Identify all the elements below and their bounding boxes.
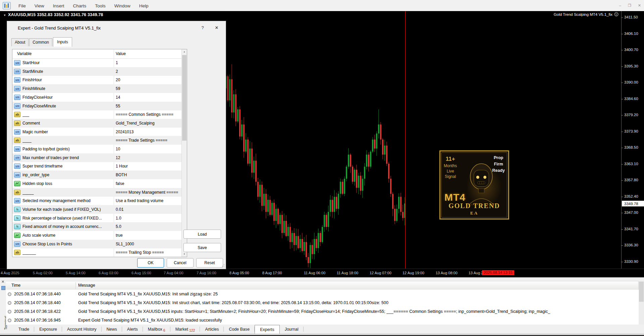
input-row[interactable]: ab______===== Trailing Stop =====	[12, 248, 182, 257]
input-row[interactable]: ab___===== Common Settings =====	[12, 110, 182, 119]
terminal-tab-experts[interactable]: Experts	[255, 325, 279, 334]
terminal-scrollbar-thumb[interactable]	[639, 282, 644, 302]
input-value[interactable]: 1.0	[116, 216, 181, 221]
input-row[interactable]: abCommentGold_Trend_Scalping	[12, 119, 182, 128]
time-axis[interactable]: 4 Aug 20255 Aug 02:005 Aug 14:006 Aug 03…	[0, 269, 644, 278]
inputs-table-scrollbar[interactable]: ▲ ▼	[181, 49, 187, 257]
ea-name-label[interactable]: Gold Trend Scalping MT4 V5.1_fix	[554, 12, 619, 16]
save-button[interactable]: Save	[183, 243, 221, 252]
column-header-time[interactable]: Time	[11, 283, 20, 288]
input-row[interactable]: 123FridayCloseMinute55	[12, 102, 182, 110]
ok-button[interactable]: OK	[137, 258, 164, 268]
dialog-help-button[interactable]: ?	[198, 24, 208, 32]
input-row[interactable]: Hidden stop lossfalse	[12, 179, 182, 188]
input-row[interactable]: 123Max number of trades per trend12	[12, 153, 182, 162]
input-value[interactable]: ===== Money Management =====	[116, 190, 181, 195]
input-row[interactable]: ½Fixed amount of money in account curren…	[12, 222, 182, 231]
restore-icon[interactable]: ❐	[627, 3, 632, 8]
input-value[interactable]: 14	[116, 95, 181, 100]
input-row[interactable]: 123Choose Stop Loss In PointsSL1_1000	[12, 240, 182, 248]
input-value[interactable]: 2	[116, 69, 181, 74]
input-value[interactable]: ===== Trade Settings =====	[116, 138, 181, 143]
tab-common[interactable]: Common	[29, 38, 52, 46]
input-value[interactable]: 0.01	[116, 207, 181, 212]
input-value[interactable]: 59	[116, 86, 181, 91]
reset-button[interactable]: Reset	[196, 258, 223, 268]
menu-item-insert[interactable]: Insert	[49, 1, 69, 11]
terminal-tab-journal[interactable]: Journal	[280, 325, 304, 334]
terminal-tab-mailbox[interactable]: Mailbox6	[143, 325, 170, 334]
input-row[interactable]: 123Super trend timeframe1 Hour	[12, 162, 182, 171]
input-value[interactable]: false	[116, 181, 181, 186]
input-row[interactable]: 123FridayCloseHour14	[12, 93, 182, 102]
terminal-tab-market[interactable]: Market122	[170, 325, 200, 334]
terminal-tab-code-base[interactable]: Code Base	[224, 325, 255, 334]
terminal-log-row[interactable]: 2025.08.14 07:36:18.440Gold Trend Scalpi…	[6, 290, 639, 298]
sad-face-icon[interactable]	[614, 12, 619, 16]
input-value[interactable]: 55	[116, 104, 181, 108]
terminal-tab-news[interactable]: News	[102, 325, 122, 334]
input-value[interactable]: ===== Trailing Stop =====	[116, 250, 181, 255]
input-row[interactable]: 123StartHour1	[12, 58, 182, 67]
input-value[interactable]: 10	[116, 147, 181, 151]
terminal-tab-exposure[interactable]: Exposure	[34, 325, 62, 334]
input-row[interactable]: ½Volume for each trade (used if FIXED_VO…	[12, 205, 182, 214]
terminal-tab-alerts[interactable]: Alerts	[122, 325, 143, 334]
input-row[interactable]: 123Magic number20241013	[12, 128, 182, 136]
input-value[interactable]: Use a fixed trading volume	[116, 198, 181, 203]
terminal-log-row[interactable]: 2025.08.14 07:36:16.945Expert Gold Trend…	[6, 316, 639, 325]
scroll-down-arrow-icon[interactable]: ▼	[182, 252, 187, 257]
input-row[interactable]: Auto scale volumetrue	[12, 231, 182, 240]
input-value[interactable]: 5.0	[116, 224, 181, 229]
input-value[interactable]: BOTH	[116, 173, 181, 177]
price-tick-mark	[622, 262, 623, 262]
column-header-message[interactable]: Message	[78, 283, 95, 288]
input-row[interactable]: ½Risk percentage of balance (used if FIX…	[12, 214, 182, 223]
terminal-close-icon[interactable]: ✕	[1, 280, 4, 284]
terminal-log-row[interactable]: 2025.08.14 07:36:18.422Gold Trend Scalpi…	[6, 307, 639, 316]
menu-item-charts[interactable]: Charts	[69, 1, 91, 11]
menu-item-view[interactable]: View	[30, 1, 49, 11]
cancel-button[interactable]: Cancel	[167, 258, 194, 268]
input-row[interactable]: 123FinishMinute59	[12, 84, 182, 93]
terminal-tab-account-history[interactable]: Account History	[62, 325, 102, 334]
terminal-dock-icon[interactable]	[1, 286, 5, 290]
input-row[interactable]: ab_____===== Money Management =====	[12, 188, 182, 197]
scrollbar-thumb[interactable]	[182, 55, 186, 141]
input-value[interactable]: 20241013	[116, 130, 181, 134]
input-row[interactable]: 123inp_order_typeBOTH	[12, 171, 182, 179]
scroll-up-arrow-icon[interactable]: ▲	[182, 49, 187, 54]
chart-menu-down-triangle-icon[interactable]: ▼	[3, 14, 6, 17]
input-row[interactable]: 123FinishHour20	[12, 76, 182, 84]
tab-inputs[interactable]: Inputs	[53, 37, 72, 47]
load-button[interactable]: Load	[183, 230, 221, 239]
price-tick-mark	[622, 83, 623, 83]
minimize-icon[interactable]: –	[618, 3, 622, 8]
input-value[interactable]: Gold_Trend_Scalping	[116, 121, 181, 126]
close-icon[interactable]: ✕	[637, 3, 642, 8]
input-value[interactable]: SL1_1000	[116, 242, 181, 246]
menu-item-tools[interactable]: Tools	[91, 1, 110, 11]
menu-item-window[interactable]: Window	[110, 1, 135, 11]
input-value[interactable]: 1 Hour	[116, 164, 181, 169]
input-value[interactable]: 1	[116, 60, 181, 65]
terminal-tab-articles[interactable]: Articles	[200, 325, 224, 334]
input-value[interactable]: 20	[116, 78, 181, 82]
time-tick-label: 4 Aug 2025	[1, 271, 19, 275]
terminal-scrollbar[interactable]	[639, 281, 644, 325]
input-value[interactable]: ===== Common Settings =====	[116, 112, 181, 117]
menu-item-file[interactable]: File	[14, 1, 30, 11]
terminal-log-row[interactable]: 2025.08.14 07:36:18.440Gold Trend Scalpi…	[6, 298, 639, 307]
price-axis[interactable]: 3411.503406.103400.703395.303390.003384.…	[621, 11, 644, 269]
input-row[interactable]: ab____===== Trade Settings =====	[12, 136, 182, 145]
dialog-close-icon[interactable]: ✕	[211, 24, 222, 32]
input-row[interactable]: 123Selected money management methodUse a…	[12, 196, 182, 205]
tab-about[interactable]: About	[11, 38, 29, 46]
input-row[interactable]: 123Padding to top/bot (points)10	[12, 145, 182, 153]
input-value[interactable]: true	[116, 233, 181, 238]
dialog-resize-grip[interactable]	[221, 264, 225, 268]
menu-item-help[interactable]: Help	[135, 1, 153, 11]
input-row[interactable]: 123StartMinute2	[12, 67, 182, 76]
terminal-tab-trade[interactable]: Trade	[13, 325, 34, 334]
input-value[interactable]: 12	[116, 155, 181, 160]
